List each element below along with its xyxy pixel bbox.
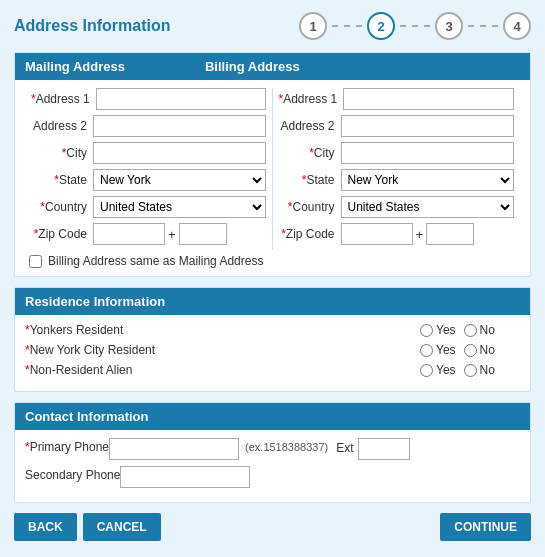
residence-header-label: Residence Information [25, 294, 165, 309]
yonkers-yes-option[interactable]: Yes [420, 323, 456, 337]
nyc-label: New York City Resident [25, 343, 420, 357]
mailing-state-label: State [31, 173, 93, 187]
mailing-country-label: Country [31, 200, 93, 214]
ext-label: Ext [336, 438, 353, 455]
yonkers-yes-radio[interactable] [420, 324, 433, 337]
billing-address2-label: Address 2 [279, 119, 341, 133]
billing-zip-ext-input[interactable] [426, 223, 474, 245]
cancel-button[interactable]: CANCEL [83, 513, 161, 541]
mailing-zip-ext-input[interactable] [179, 223, 227, 245]
nyc-no-label: No [480, 343, 495, 357]
billing-address-col: Address 1 Address 2 City State N [273, 88, 521, 250]
yonkers-no-option[interactable]: No [464, 323, 495, 337]
billing-zip-label: Zip Code [279, 227, 341, 241]
nyc-yes-radio[interactable] [420, 344, 433, 357]
billing-zip-input[interactable] [341, 223, 413, 245]
address-section-header: Mailing Address Billing Address [15, 53, 530, 80]
contact-header-label: Contact Information [25, 409, 149, 424]
nyc-row: New York City Resident Yes No [25, 343, 520, 357]
billing-same-label[interactable]: Billing Address same as Mailing Address [48, 254, 263, 268]
residence-header: Residence Information [15, 288, 530, 315]
secondary-phone-label: Secondary Phone [25, 466, 120, 482]
billing-same-checkbox[interactable] [29, 255, 42, 268]
billing-address1-input[interactable] [343, 88, 514, 110]
billing-state-select[interactable]: New York California Texas Florida [341, 169, 515, 191]
step-1: 1 [299, 12, 327, 40]
yonkers-no-radio[interactable] [464, 324, 477, 337]
alien-no-option[interactable]: No [464, 363, 495, 377]
page-title: Address Information [14, 17, 170, 35]
alien-radio-group: Yes No [420, 363, 520, 377]
yonkers-no-label: No [480, 323, 495, 337]
mailing-city-input[interactable] [93, 142, 266, 164]
back-button[interactable]: BACK [14, 513, 77, 541]
mailing-zip-input[interactable] [93, 223, 165, 245]
billing-header-label: Billing Address [205, 59, 300, 74]
mailing-address2-input[interactable] [93, 115, 266, 137]
alien-yes-label: Yes [436, 363, 456, 377]
secondary-phone-input[interactable] [120, 466, 250, 488]
nyc-yes-option[interactable]: Yes [420, 343, 456, 357]
nyc-no-option[interactable]: No [464, 343, 495, 357]
secondary-phone-row: Secondary Phone [25, 466, 520, 488]
nyc-yes-label: Yes [436, 343, 456, 357]
step-2: 2 [367, 12, 395, 40]
yonkers-radio-group: Yes No [420, 323, 520, 337]
address-section: Mailing Address Billing Address Address … [14, 52, 531, 277]
mailing-address1-input[interactable] [96, 88, 266, 110]
continue-button[interactable]: CONTINUE [440, 513, 531, 541]
alien-no-label: No [480, 363, 495, 377]
residence-section: Residence Information Yonkers Resident Y… [14, 287, 531, 392]
mailing-address2-label: Address 2 [31, 119, 93, 133]
primary-phone-input[interactable] [109, 438, 239, 460]
alien-row: Non-Resident Alien Yes No [25, 363, 520, 377]
billing-city-label: City [279, 146, 341, 160]
yonkers-row: Yonkers Resident Yes No [25, 323, 520, 337]
alien-yes-option[interactable]: Yes [420, 363, 456, 377]
step-3: 3 [435, 12, 463, 40]
contact-section: Contact Information Primary Phone (ex.15… [14, 402, 531, 503]
billing-address1-label: Address 1 [279, 92, 344, 106]
ext-input[interactable] [358, 438, 410, 460]
billing-address2-input[interactable] [341, 115, 515, 137]
primary-phone-hint: (ex.1518388337) [245, 438, 328, 453]
primary-phone-label: Primary Phone [25, 438, 109, 454]
alien-label: Non-Resident Alien [25, 363, 420, 377]
mailing-country-select[interactable]: United States Canada Mexico [93, 196, 266, 218]
primary-phone-row: Primary Phone (ex.1518388337) Ext [25, 438, 520, 460]
billing-state-label: State [279, 173, 341, 187]
mailing-address-col: Address 1 Address 2 City State N [25, 88, 273, 250]
mailing-address1-label: Address 1 [31, 92, 96, 106]
nyc-radio-group: Yes No [420, 343, 520, 357]
billing-country-select[interactable]: United States Canada Mexico [341, 196, 515, 218]
mailing-zip-label: Zip Code [31, 227, 93, 241]
stepper: 1 2 3 4 [299, 12, 531, 40]
alien-no-radio[interactable] [464, 364, 477, 377]
billing-country-label: Country [279, 200, 341, 214]
mailing-header-label: Mailing Address [25, 59, 125, 74]
alien-yes-radio[interactable] [420, 364, 433, 377]
mailing-city-label: City [31, 146, 93, 160]
step-4: 4 [503, 12, 531, 40]
contact-header: Contact Information [15, 403, 530, 430]
mailing-state-select[interactable]: New York California Texas Florida [93, 169, 266, 191]
yonkers-label: Yonkers Resident [25, 323, 420, 337]
footer-bar: BACK CANCEL CONTINUE [14, 513, 531, 541]
billing-city-input[interactable] [341, 142, 515, 164]
yonkers-yes-label: Yes [436, 323, 456, 337]
nyc-no-radio[interactable] [464, 344, 477, 357]
